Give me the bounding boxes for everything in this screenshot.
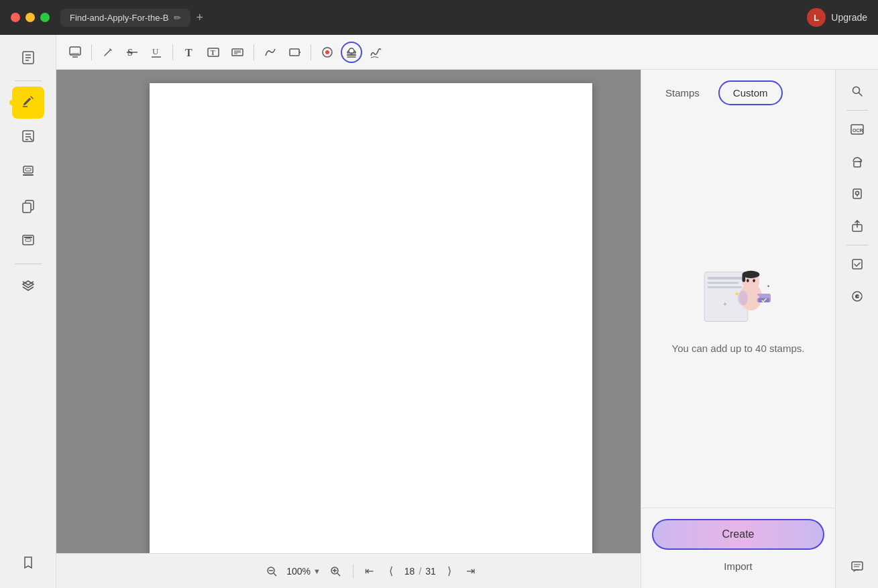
stamp-illustration: ★ ✦ ✧ [698,257,779,331]
panel-tabs: Stamps Custom [641,70,835,105]
svg-text:T: T [211,49,215,56]
svg-text:✧: ✧ [722,301,726,307]
page-separator: / [419,566,421,577]
zoom-out-button[interactable] [262,562,281,581]
underline-button[interactable]: U [146,42,167,63]
sidebar-right: OCR [835,70,878,588]
titlebar-right: L Upgrade [807,8,867,27]
sidebar-divider-1 [15,80,42,81]
svg-rect-48 [742,274,745,282]
check-button[interactable] [844,251,871,278]
go-first-button[interactable]: ⇤ [362,563,378,579]
r-divider-2 [846,245,868,245]
prev-page-button[interactable]: ⟨ [383,563,399,579]
secure-button[interactable] [844,180,871,207]
create-button[interactable]: Create [652,519,824,550]
share-button[interactable] [844,213,871,239]
svg-rect-67 [853,259,862,269]
svg-point-50 [753,279,755,282]
stamps-panel: Stamps Custom [641,70,835,588]
new-tab-button[interactable]: + [196,11,203,25]
maximize-button[interactable] [40,13,50,22]
svg-rect-43 [707,282,738,284]
signature-button[interactable] [365,42,386,63]
divider-2 [172,44,173,60]
stamp-sidebar-icon [21,164,36,182]
copy-icon [21,198,36,217]
next-page-button[interactable]: ⟩ [441,563,457,579]
go-last-button[interactable]: ⇥ [463,563,479,579]
rotate-button[interactable] [844,148,871,175]
color-button[interactable] [317,42,338,63]
upgrade-button[interactable]: Upgrade [831,12,867,23]
sidebar-item-copy[interactable] [12,191,44,223]
svg-line-35 [274,573,276,576]
tab-title[interactable]: Find-and-Apply-For-the-B ✏ [60,9,190,27]
bookmark-icon [21,555,36,573]
svg-rect-15 [24,237,32,238]
r-divider-1 [846,110,868,111]
subscribe-icon [21,233,36,251]
svg-point-30 [325,50,329,54]
svg-rect-14 [25,239,31,241]
svg-text:OCR: OCR [853,128,863,133]
active-dot [9,100,15,105]
svg-rect-8 [23,166,33,173]
note-tool-button[interactable] [64,42,86,63]
sidebar-item-layers[interactable] [12,270,44,302]
minimize-button[interactable] [25,13,35,22]
sidebar-item-pages[interactable] [12,43,44,75]
zoom-in-button[interactable] [326,562,345,581]
sidebar-item-notes[interactable] [12,121,44,154]
sidebar-item-highlight[interactable] [12,86,44,119]
sidebar-left [0,35,56,588]
highlight-pen-button[interactable] [97,42,119,63]
zoom-dropdown-icon[interactable]: ▼ [313,567,321,575]
shape-button[interactable] [284,42,305,63]
ocr-button[interactable]: OCR [844,116,871,143]
svg-text:T: T [185,47,193,58]
text-box-button[interactable]: T [203,42,224,63]
svg-point-49 [747,279,749,282]
freehand-button[interactable] [260,42,281,63]
zoom-level[interactable]: 100% ▼ [286,566,321,577]
svg-rect-44 [707,286,741,288]
avatar: L [807,8,826,27]
search-right-button[interactable] [844,78,871,105]
strikethrough-button[interactable]: S [121,42,143,63]
svg-rect-71 [852,562,863,570]
tab-stamps[interactable]: Stamps [652,82,713,104]
svg-rect-28 [290,49,299,56]
svg-rect-10 [25,168,31,171]
comment-bottom-button[interactable] [844,553,871,580]
panel-bottom: Create Import [641,508,835,588]
text-button[interactable]: T [178,42,200,63]
tab-custom[interactable]: Custom [718,80,783,105]
divider-4 [311,44,311,60]
sidebar-item-stamps[interactable] [12,156,44,188]
textfield-button[interactable] [227,42,248,63]
sidebar-item-bookmark[interactable] [12,548,44,580]
highlight-icon [21,94,36,112]
svg-line-59 [859,93,862,97]
page-nav: 18 / 31 [404,566,436,577]
save-button[interactable] [844,283,871,310]
svg-text:✦: ✦ [766,284,769,288]
traffic-lights [11,13,50,22]
layers-icon [21,277,36,295]
import-button[interactable]: Import [652,555,824,577]
stamp-button[interactable] [341,42,362,63]
panel-content: ★ ✦ ✧ You can add up to 40 stamps. [641,105,835,508]
edit-icon[interactable]: ✏ [174,13,181,23]
stamp-empty-text: You can add up to 40 stamps. [672,341,805,357]
svg-point-64 [855,192,859,195]
svg-point-57 [738,290,748,305]
titlebar: Find-and-Apply-For-the-B ✏ + L Upgrade [0,0,878,35]
bottom-bar: 100% ▼ ⇤ ⟨ 18 / 31 ⟩ ⇥ [56,553,685,588]
tab-title-text: Find-and-Apply-For-the-B [70,13,168,23]
close-button[interactable] [11,13,20,22]
sidebar-divider-2 [15,263,42,264]
svg-rect-63 [853,189,861,198]
main-content [56,70,685,588]
sidebar-item-subscribe[interactable] [12,226,44,258]
